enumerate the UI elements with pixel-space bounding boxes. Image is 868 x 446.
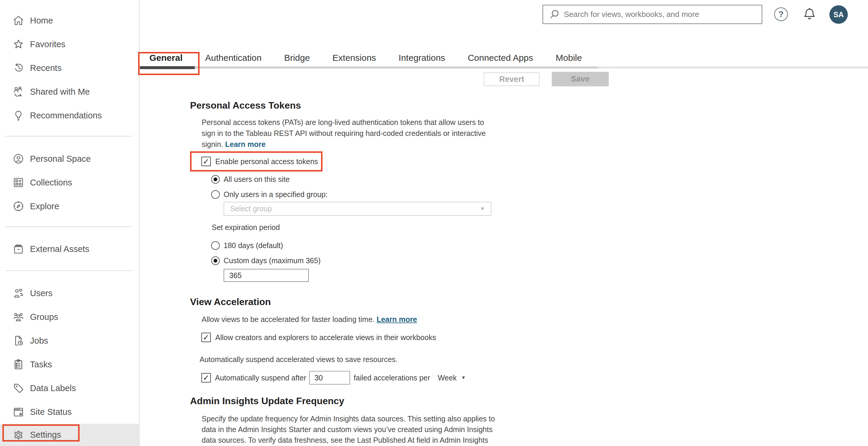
sidebar-item-external-assets[interactable]: External Assets	[0, 237, 139, 261]
sidebar-item-label: Site Status	[30, 407, 71, 417]
sidebar-item-label: Favorites	[30, 39, 65, 49]
expiration-label-row: Set expiration period	[212, 223, 280, 232]
search-icon	[549, 9, 560, 21]
sidebar-item-label: Shared with Me	[30, 87, 90, 97]
sidebar-item-label: Settings	[30, 430, 61, 440]
tasks-icon	[12, 358, 25, 371]
sidebar-item-tasks[interactable]: Tasks	[0, 352, 139, 376]
sidebar-item-settings[interactable]: Settings	[0, 424, 139, 446]
help-icon[interactable]: ?	[774, 7, 788, 21]
va-description: Allow views to be accelerated for faster…	[202, 314, 558, 325]
sidebar-divider	[5, 136, 132, 137]
auto-suspend-row: Automatically suspend after failed accel…	[202, 370, 466, 385]
tab-integrations[interactable]: Integrations	[399, 53, 445, 63]
sidebar-item-home[interactable]: Home	[0, 9, 139, 32]
save-button[interactable]: Save	[552, 72, 609, 87]
days-180-radio[interactable]	[211, 241, 220, 250]
highlight-box-enable-pat: Enable personal access tokens	[190, 151, 322, 172]
jobs-icon	[12, 334, 25, 347]
sidebar-item-label: External Assets	[30, 244, 89, 254]
sidebar-item-shared-with-me[interactable]: Shared with Me	[0, 80, 139, 104]
sidebar-item-site-status[interactable]: Site Status	[0, 400, 139, 424]
va-section-title: View Acceleration	[190, 296, 271, 307]
failed-accelerations-input[interactable]	[309, 371, 350, 385]
search-box	[542, 5, 762, 24]
users-icon	[12, 287, 25, 300]
allow-accelerate-row: Allow creators and explorers to accelera…	[202, 333, 436, 342]
tab-extensions[interactable]: Extensions	[333, 53, 376, 63]
radio-row-all-users: All users on this site	[211, 175, 289, 184]
sidebar-item-label: Recents	[30, 63, 61, 73]
site-status-icon	[12, 405, 25, 418]
sidebar-item-label: Personal Space	[30, 154, 91, 164]
va-learn-more-link[interactable]: Learn more	[376, 315, 417, 323]
person-circle-icon	[12, 152, 25, 165]
sidebar-item-collections[interactable]: Collections	[0, 171, 139, 194]
sidebar-divider	[5, 270, 132, 271]
auto-suspend-checkbox[interactable]	[202, 373, 211, 382]
chevron-down-icon[interactable]: ▼	[461, 375, 466, 380]
tab-bridge[interactable]: Bridge	[284, 53, 310, 63]
home-icon	[12, 14, 25, 27]
sidebar-divider	[5, 227, 132, 227]
sidebar-item-label: Users	[30, 288, 53, 298]
avatar[interactable]: SA	[829, 5, 848, 24]
enable-pat-checkbox[interactable]	[202, 157, 211, 166]
custom-days-input[interactable]	[224, 269, 309, 282]
radio-row-specified-group: Only users in a specified group:	[211, 190, 328, 199]
sidebar-item-explore[interactable]: Explore	[0, 194, 139, 218]
tab-general[interactable]: General	[149, 53, 183, 63]
collections-icon	[12, 176, 25, 189]
group-select[interactable]: Select group ▼	[224, 202, 492, 216]
tab-authentication[interactable]: Authentication	[205, 53, 261, 63]
sidebar-item-users[interactable]: Users	[0, 281, 139, 305]
ai-description: Specify the update frequency for Admin I…	[202, 413, 558, 445]
tab-scrollbar-track	[140, 66, 868, 69]
sidebar-item-recommendations[interactable]: Recommendations	[0, 104, 139, 127]
sidebar-item-favorites[interactable]: Favorites	[0, 32, 139, 56]
pat-learn-more-link[interactable]: Learn more	[225, 140, 266, 148]
allow-accelerate-checkbox[interactable]	[202, 333, 211, 342]
pat-section-title: Personal Access Tokens	[190, 100, 301, 111]
sidebar-item-label: Recommendations	[30, 111, 102, 121]
star-icon	[12, 38, 25, 51]
compass-icon	[12, 200, 25, 213]
ai-section-title: Admin Insights Update Frequency	[190, 395, 344, 407]
tab-connected-apps[interactable]: Connected Apps	[468, 53, 533, 63]
sidebar-item-label: Home	[30, 16, 53, 26]
sidebar-item-data-labels[interactable]: Data Labels	[0, 376, 139, 400]
archive-icon	[12, 242, 25, 255]
period-select-value[interactable]: Week	[438, 374, 457, 382]
history-icon	[12, 61, 25, 74]
groups-icon	[12, 310, 25, 323]
settings-tab-bar: General Authentication Bridge Extensions…	[149, 53, 582, 63]
revert-button[interactable]: Revert	[484, 72, 539, 86]
sidebar-item-groups[interactable]: Groups	[0, 305, 139, 329]
sidebar-item-label: Explore	[30, 202, 59, 211]
sidebar-item-label: Jobs	[30, 336, 48, 346]
notifications-bell-icon[interactable]	[802, 6, 817, 22]
custom-days-radio[interactable]	[211, 256, 220, 265]
radio-row-custom-days: Custom days (maximum 365)	[211, 256, 320, 265]
tag-icon	[12, 382, 25, 394]
chevron-down-icon: ▼	[480, 206, 485, 212]
sidebar: Home Favorites Recents Shared with Me Re…	[0, 0, 140, 446]
shared-icon	[12, 85, 25, 98]
sidebar-item-label: Collections	[30, 178, 72, 187]
group-select-placeholder: Select group	[230, 204, 272, 213]
gear-icon	[12, 428, 25, 442]
specified-group-radio[interactable]	[211, 190, 220, 199]
lightbulb-icon	[12, 109, 25, 122]
pat-description: Personal access tokens (PATs) are long-l…	[202, 117, 543, 150]
search-input[interactable]	[564, 10, 756, 19]
sidebar-item-recents[interactable]: Recents	[0, 56, 139, 80]
radio-row-180-days: 180 days (default)	[211, 241, 283, 250]
active-tab-underline	[140, 66, 195, 69]
sidebar-item-label: Tasks	[30, 359, 52, 370]
all-users-radio[interactable]	[211, 175, 220, 184]
sidebar-item-jobs[interactable]: Jobs	[0, 329, 139, 352]
sidebar-item-personal-space[interactable]: Personal Space	[0, 147, 139, 171]
tab-scrollbar-thumb[interactable]	[140, 66, 598, 69]
sidebar-item-label: Groups	[30, 312, 58, 322]
tab-mobile[interactable]: Mobile	[556, 53, 582, 63]
